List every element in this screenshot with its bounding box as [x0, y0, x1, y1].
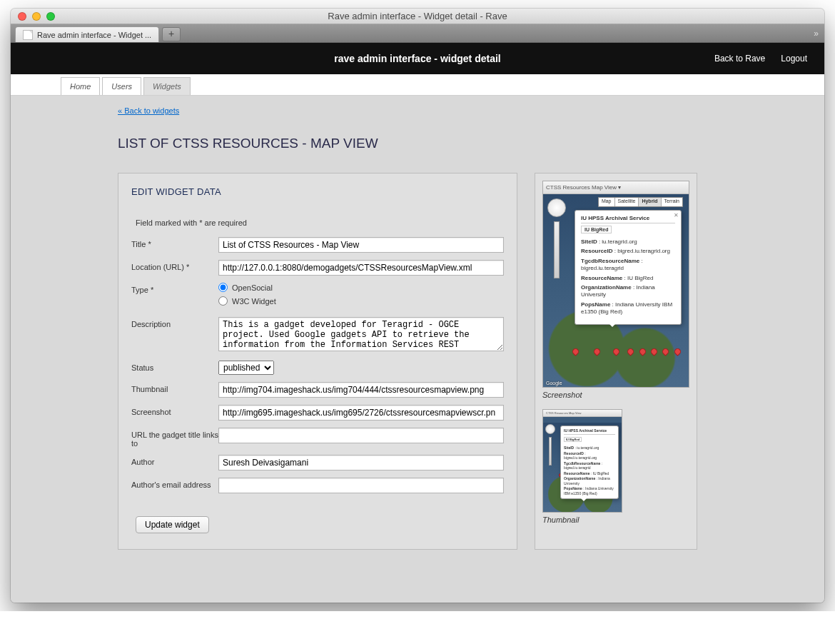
page-heading: LIST OF CTSS RESOURCES - MAP VIEW [118, 136, 824, 151]
required-note: Field marked with * are required [136, 218, 504, 227]
page-body: Home Users Widgets « Back to widgets LIS… [11, 74, 824, 603]
edit-widget-panel: EDIT WIDGET DATA Field marked with * are… [118, 173, 517, 550]
type-option-opensocial: OpenSocial [232, 283, 273, 292]
browser-window: Rave admin interface - Widget detail - R… [11, 9, 824, 603]
map-pin[interactable] [612, 347, 621, 356]
browser-tab[interactable]: Rave admin interface - Widget ... [15, 26, 159, 42]
map-zoom-control[interactable] [554, 221, 560, 278]
popup-title: IU HPSS Archival Service [581, 215, 675, 223]
tab-home[interactable]: Home [61, 77, 100, 95]
label-title: Title * [131, 237, 218, 248]
tab-widgets[interactable]: Widgets [143, 77, 191, 95]
minimize-window-button[interactable] [32, 12, 41, 21]
app-header: rave admin interface - widget detail Bac… [11, 43, 824, 74]
gadget-title: CTSS Resources Map View [546, 184, 617, 191]
label-author: Author [131, 455, 218, 466]
popup-close-icon[interactable]: ✕ [674, 212, 679, 218]
window-title: Rave admin interface - Widget detail - R… [11, 11, 824, 21]
label-description: Description [131, 317, 218, 328]
map-pin[interactable] [638, 347, 647, 356]
traffic-lights [18, 12, 55, 21]
panel-title: EDIT WIDGET DATA [131, 186, 504, 197]
map-tab-map[interactable]: Map [599, 198, 615, 206]
preview-panel: CTSS Resources Map View▾ Map Satellite H… [535, 173, 697, 550]
author-input[interactable] [218, 455, 504, 471]
description-textarea[interactable]: This is a gadget developed for Teragrid … [218, 317, 504, 351]
google-attribution: Google [546, 381, 562, 386]
thumbnail-input[interactable] [218, 382, 504, 398]
label-author-email: Author's email address [131, 478, 218, 489]
type-radio-w3c[interactable] [218, 296, 228, 306]
label-screenshot: Screenshot [131, 405, 218, 416]
map-pan-control[interactable] [547, 198, 566, 217]
thumbnail-caption: Thumbnail [542, 515, 689, 524]
popup-tab[interactable]: IU BigRed [581, 226, 612, 233]
update-widget-button[interactable]: Update widget [136, 516, 209, 533]
status-select[interactable]: published [218, 361, 274, 375]
title-url-input[interactable] [218, 428, 504, 443]
label-location: Location (URL) * [131, 260, 218, 271]
map-pin[interactable] [649, 347, 659, 356]
logout-link[interactable]: Logout [781, 54, 807, 64]
content: « Back to widgets LIST OF CTSS RESOURCES… [11, 96, 824, 571]
type-option-w3c: W3C Widget [232, 297, 276, 306]
map-pin[interactable] [593, 347, 602, 356]
map-info-popup: ✕ IU HPSS Archival Service IU BigRed Sit… [575, 210, 682, 325]
author-email-input[interactable] [218, 478, 504, 493]
map-type-tabs: Map Satellite Hybrid Terrain [598, 197, 683, 207]
screenshot-preview: CTSS Resources Map View▾ Map Satellite H… [542, 181, 689, 388]
screenshot-caption: Screenshot [542, 391, 689, 399]
nav-tabs: Home Users Widgets [11, 74, 824, 96]
window-title-bar: Rave admin interface - Widget detail - R… [11, 9, 824, 24]
thumbnail-preview: CTSS Resources Map View IU HPSS A [542, 409, 622, 513]
zoom-window-button[interactable] [46, 12, 55, 21]
type-radio-opensocial[interactable] [218, 283, 228, 292]
new-tab-button[interactable]: + [162, 27, 181, 41]
map-pin[interactable] [673, 347, 682, 356]
app-header-title: rave admin interface - widget detail [334, 53, 500, 64]
label-title-url: URL the gadget title links to [131, 428, 218, 448]
page-icon [23, 30, 33, 40]
browser-tab-strip: Rave admin interface - Widget ... + » [11, 24, 824, 43]
map-zoom-control [549, 437, 552, 466]
title-input[interactable] [218, 237, 504, 253]
back-to-widgets-link[interactable]: « Back to widgets [118, 106, 179, 115]
map-tab-satellite[interactable]: Satellite [615, 198, 639, 206]
map-tab-terrain[interactable]: Terrain [662, 198, 682, 206]
map-pan-control [545, 424, 555, 434]
label-status: Status [131, 361, 218, 372]
map-pin[interactable] [571, 347, 580, 356]
back-to-rave-link[interactable]: Back to Rave [714, 54, 765, 64]
app-header-links: Back to Rave Logout [714, 54, 807, 64]
location-input[interactable] [218, 260, 504, 276]
tab-users[interactable]: Users [102, 77, 141, 95]
map-pins [543, 348, 689, 377]
map-pin[interactable] [626, 347, 635, 356]
browser-tab-label: Rave admin interface - Widget ... [37, 31, 151, 39]
tab-overflow-icon[interactable]: » [814, 29, 819, 39]
label-type: Type * [131, 283, 218, 294]
close-window-button[interactable] [18, 12, 26, 21]
map-pin[interactable] [661, 347, 670, 356]
screenshot-input[interactable] [218, 405, 504, 421]
label-thumbnail: Thumbnail [131, 382, 218, 393]
map-tab-hybrid[interactable]: Hybrid [639, 198, 661, 206]
